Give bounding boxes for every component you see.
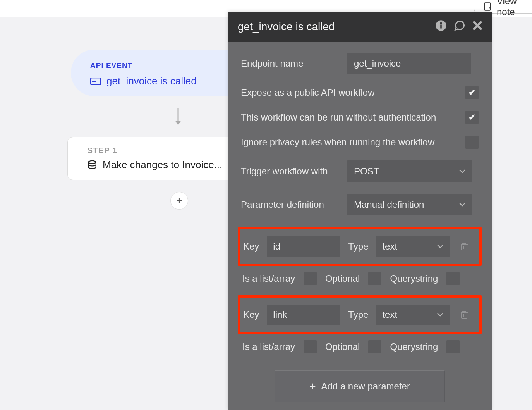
svg-rect-9 [462, 244, 467, 250]
chevron-down-icon [459, 169, 465, 173]
querystring-label: Querystring [390, 273, 438, 284]
optional-label: Optional [325, 341, 360, 352]
is-list-label: Is a list/array [242, 273, 295, 284]
svg-point-8 [440, 22, 442, 24]
privacy-row: Ignore privacy rules when running the wo… [241, 136, 479, 149]
param-type-value: text [382, 241, 397, 252]
note-icon [483, 2, 493, 12]
endpoint-name-label: Endpoint name [241, 58, 340, 69]
delete-param-button[interactable] [460, 310, 469, 320]
event-card-title: get_invoice is called [106, 75, 197, 87]
api-event-icon [90, 78, 101, 85]
param-key-input[interactable] [267, 236, 340, 257]
close-icon[interactable] [472, 20, 482, 33]
trigger-label: Trigger workflow with [241, 166, 340, 177]
property-panel: get_invoice is called Endpoint name Expo… [228, 12, 492, 410]
paramdef-row: Parameter definition Manual definition [241, 194, 479, 215]
param-key-input[interactable] [267, 305, 340, 325]
event-card-subtitle: API EVENT [90, 61, 251, 70]
param-type-select[interactable]: text [376, 236, 450, 257]
arrow-down-icon [173, 107, 183, 127]
noauth-row: This workflow can be run without authent… [241, 111, 479, 124]
chevron-down-icon [437, 245, 443, 248]
endpoint-name-input[interactable] [347, 53, 471, 74]
expose-label: Expose as a public API workflow [241, 87, 375, 98]
querystring-checkbox[interactable] [446, 340, 460, 353]
trash-icon [460, 310, 469, 320]
is-list-checkbox[interactable] [304, 340, 317, 353]
expose-row: Expose as a public API workflow [241, 86, 479, 99]
privacy-checkbox[interactable] [465, 136, 479, 149]
plus-icon: + [176, 195, 182, 207]
svg-rect-12 [462, 312, 467, 318]
plus-icon: + [309, 380, 316, 393]
param-type-select[interactable]: text [376, 305, 450, 325]
paramdef-label: Parameter definition [241, 199, 340, 210]
optional-label: Optional [325, 273, 360, 284]
paramdef-value: Manual definition [354, 199, 424, 210]
param-type-value: text [382, 309, 397, 320]
view-notes-label: View note [497, 0, 532, 17]
param-key-label: Key [243, 241, 259, 252]
trash-icon [460, 241, 469, 252]
add-parameter-label: Add a new parameter [321, 381, 410, 392]
param-type-label: Type [348, 309, 368, 320]
privacy-label: Ignore privacy rules when running the wo… [241, 137, 434, 148]
noauth-checkbox[interactable] [465, 111, 479, 124]
panel-body: Endpoint name Expose as a public API wor… [228, 42, 492, 402]
add-parameter-button[interactable]: + Add a new parameter [275, 370, 445, 402]
svg-point-5 [88, 160, 96, 163]
database-icon [87, 160, 97, 170]
step-card-title: Make changes to Invoice... [103, 159, 222, 171]
add-step-button[interactable]: + [170, 192, 188, 210]
svg-rect-2 [92, 81, 96, 82]
info-icon[interactable] [435, 20, 447, 34]
step-card-subtitle: STEP 1 [87, 146, 252, 155]
querystring-label: Querystring [390, 341, 438, 352]
chevron-down-icon [459, 203, 465, 207]
parameter-flags: Is a list/array Optional Querystring [241, 338, 479, 357]
delete-param-button[interactable] [460, 241, 469, 252]
querystring-checkbox[interactable] [446, 272, 460, 285]
svg-rect-7 [440, 24, 442, 28]
svg-rect-0 [484, 3, 490, 10]
panel-title: get_invoice is called [238, 21, 428, 33]
trigger-select[interactable]: POST [347, 160, 472, 182]
chevron-down-icon [437, 313, 443, 317]
optional-checkbox[interactable] [368, 272, 381, 285]
svg-marker-4 [175, 121, 181, 125]
optional-checkbox[interactable] [368, 340, 381, 353]
param-key-label: Key [243, 309, 259, 320]
param-type-label: Type [348, 241, 368, 252]
endpoint-name-row: Endpoint name [241, 53, 479, 74]
paramdef-select[interactable]: Manual definition [347, 194, 472, 215]
is-list-checkbox[interactable] [304, 272, 317, 285]
noauth-label: This workflow can be run without authent… [241, 112, 436, 123]
trigger-value: POST [354, 166, 379, 177]
panel-header: get_invoice is called [228, 12, 492, 42]
expose-checkbox[interactable] [465, 86, 479, 99]
trigger-row: Trigger workflow with POST [241, 160, 479, 182]
parameter-row: Key Type text [238, 227, 482, 266]
comment-icon[interactable] [454, 20, 465, 34]
is-list-label: Is a list/array [242, 341, 295, 352]
parameter-flags: Is a list/array Optional Querystring [241, 270, 479, 289]
parameter-row: Key Type text [238, 295, 482, 334]
